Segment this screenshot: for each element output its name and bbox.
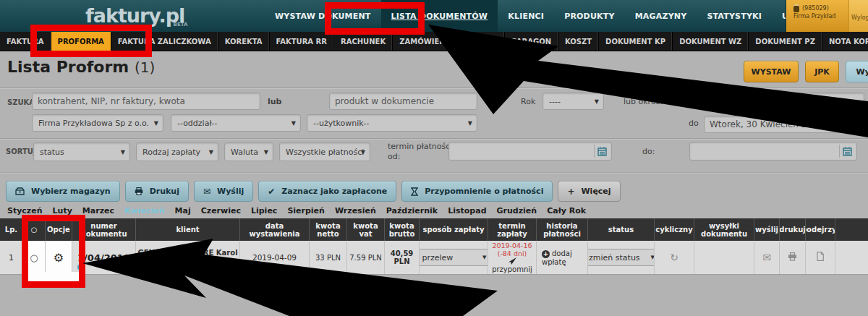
year-label: Rok <box>521 97 535 106</box>
due-to-input[interactable] <box>689 142 857 161</box>
tab-oferta[interactable]: OFERTA <box>460 32 505 51</box>
send-button[interactable]: ✉ Wyślij <box>194 181 253 202</box>
currency-select[interactable]: Waluta▼ <box>224 142 273 161</box>
tab-nota-korygujaca[interactable]: NOTA KORYGUJĄCA <box>822 32 868 51</box>
refresh-icon[interactable]: ↻ <box>670 252 678 263</box>
tab-rachunek[interactable]: RACHUNEK <box>334 32 393 51</box>
month-grudzien[interactable]: Grudzień <box>497 206 537 215</box>
col-header-kwota-brutto[interactable]: kwota brutto <box>385 218 420 241</box>
month-maj[interactable]: Maj <box>175 206 191 215</box>
month-czerwiec[interactable]: Czerwiec <box>201 206 241 215</box>
col-header-kwota-vat[interactable]: kwota vat <box>347 218 385 241</box>
print-button[interactable]: Drukuj <box>125 181 189 202</box>
calendar-icon[interactable] <box>594 145 609 158</box>
tab-paragon[interactable]: PARAGON <box>505 32 558 51</box>
plus-circle-icon: + <box>542 250 550 258</box>
add-payment-link[interactable]: +dodaj wpłatę <box>542 249 579 266</box>
nav-wystaw-dokument[interactable]: WYSTAW DOKUMENT <box>265 0 381 32</box>
wystaw-button[interactable]: WYSTAW <box>744 61 799 82</box>
info-dot-icon[interactable] <box>77 264 84 270</box>
month-listopad[interactable]: Listopad <box>448 206 486 215</box>
more-button[interactable]: + Więcej <box>558 181 620 202</box>
payments-select[interactable]: Wszystkie płatności▼ <box>279 142 370 161</box>
row-payment-method: przelew▼ <box>420 241 488 274</box>
month-sierpien[interactable]: Sierpień <box>287 206 325 215</box>
payment-method-select[interactable]: przelew▼ <box>420 249 488 266</box>
company-select[interactable]: Firma Przykładowa Sp z o.o.▼ <box>32 114 163 132</box>
col-header-klient[interactable]: klient <box>136 218 240 241</box>
month-luty[interactable]: Luty <box>53 206 72 215</box>
tab-dokument-wz[interactable]: DOKUMENT WZ <box>673 32 749 51</box>
date-from-input[interactable] <box>704 93 864 110</box>
top-action-buttons: WYSTAW JPK Wygeneruj <box>744 61 868 82</box>
logout-button[interactable]: Wyloguj <box>848 0 868 35</box>
col-header-data-wystawienia[interactable]: data wystawienia <box>240 218 310 241</box>
search-query-input[interactable] <box>32 93 260 110</box>
nav-lista-dokumentow[interactable]: LISTA DOKUMENTÓW <box>381 0 498 32</box>
user-select[interactable]: --użytkownik--▼ <box>307 114 477 132</box>
printer-icon <box>135 187 143 195</box>
logo[interactable]: faktury.pl BETA <box>85 4 184 27</box>
jpk-button[interactable]: JPK <box>805 61 839 82</box>
chevron-down-icon: ▼ <box>154 120 158 127</box>
row-client[interactable]: GENCO SOFTWARE Karol Grzegorz <box>136 241 240 274</box>
chevron-down-icon: ▼ <box>292 120 296 127</box>
row-due-date: 2019-04-16 (-84 dni) przypomnij <box>488 241 537 274</box>
row-document-shipments <box>694 241 754 274</box>
document-icon[interactable] <box>817 252 824 263</box>
plus-icon: + <box>567 187 574 197</box>
row-select-radio[interactable]: ○ <box>23 241 46 274</box>
envelope-icon[interactable]: ✉ <box>762 252 771 263</box>
year-select[interactable]: ----▼ <box>542 93 604 110</box>
month-lipiec[interactable]: Lipiec <box>251 206 277 215</box>
nav-magazyny[interactable]: MAGAZYNY <box>625 0 697 32</box>
month-caly-rok[interactable]: Cały Rok <box>547 206 586 215</box>
col-header-status[interactable]: status <box>588 218 655 241</box>
drawer-icon <box>15 187 25 195</box>
choose-warehouse-button[interactable]: Wybierz magazyn <box>6 181 120 202</box>
search-product-input[interactable] <box>329 93 477 110</box>
col-header-kwota-netto[interactable]: kwota netto <box>310 218 347 241</box>
mark-as-paid-button[interactable]: ✔ Zaznacz jako zapłacone <box>258 181 396 202</box>
due-from-input[interactable] <box>448 142 612 161</box>
col-header-numer[interactable]: numer dokumentu <box>72 218 136 241</box>
tab-koszt[interactable]: KOSZT <box>558 32 599 51</box>
tab-faktura-zaliczkowa[interactable]: FAKTURA ZALICZKOWA <box>111 32 218 51</box>
nav-produkty[interactable]: PRODUKTY <box>554 0 625 32</box>
calendar-icon[interactable] <box>839 145 854 158</box>
tab-proforma[interactable]: PROFORMA <box>51 32 111 51</box>
tab-dokument-kp[interactable]: DOKUMENT KP <box>599 32 673 51</box>
payment-type-select[interactable]: Rodzaj zapłaty▼ <box>136 142 218 161</box>
branch-select[interactable]: --oddział--▼ <box>171 114 301 132</box>
nav-statystyki[interactable]: STATYSTYKI <box>697 0 772 32</box>
change-status-select[interactable]: zmień status▼ <box>588 249 655 266</box>
printer-icon[interactable] <box>788 252 797 263</box>
remind-link[interactable]: przypomnij <box>492 265 532 273</box>
month-pazdziernik[interactable]: Październik <box>386 206 438 215</box>
nav-klienci[interactable]: KLIENCI <box>498 0 554 32</box>
tab-zamowienie[interactable]: ZAMÓWIENIE <box>393 32 460 51</box>
month-wrzesien[interactable]: Wrzesień <box>335 206 376 215</box>
sort-status-select[interactable]: status▼ <box>33 142 130 161</box>
col-header-sposob-zaplaty[interactable]: sposób zapłaty <box>420 218 488 241</box>
col-header-termin-zaplaty[interactable]: termin zapłaty <box>488 218 537 241</box>
envelope-icon: ✉ <box>203 187 210 197</box>
tab-korekta[interactable]: KOREKTA <box>218 32 270 51</box>
month-kwiecien-active[interactable]: Kwiecień <box>124 206 165 215</box>
tab-dokument-pz[interactable]: DOKUMENT PZ <box>749 32 822 51</box>
tab-faktura-rr[interactable]: FAKTURA RR <box>270 32 334 51</box>
payment-reminder-button[interactable]: Przypomnienie o płatności <box>401 181 553 202</box>
generate-button[interactable]: Wygeneruj <box>846 61 868 82</box>
paper-plane-icon[interactable] <box>509 257 516 265</box>
col-header-lp: Lp. <box>0 218 23 241</box>
chevron-down-icon: ▼ <box>209 149 213 155</box>
row-document-number[interactable]: 1/04/2019 <box>72 241 136 274</box>
date-to-input[interactable] <box>704 116 864 133</box>
gear-icon[interactable]: ⚙ <box>46 241 72 274</box>
chevron-down-icon: ▼ <box>361 149 365 155</box>
tab-faktura[interactable]: FAKTURA <box>0 32 51 51</box>
row-vat-amount: 7.59 PLN <box>347 241 385 274</box>
month-styczen[interactable]: Styczeń <box>7 206 43 215</box>
month-marzec[interactable]: Marzec <box>82 206 114 215</box>
col-header-select-radio[interactable]: ○ <box>23 218 46 241</box>
